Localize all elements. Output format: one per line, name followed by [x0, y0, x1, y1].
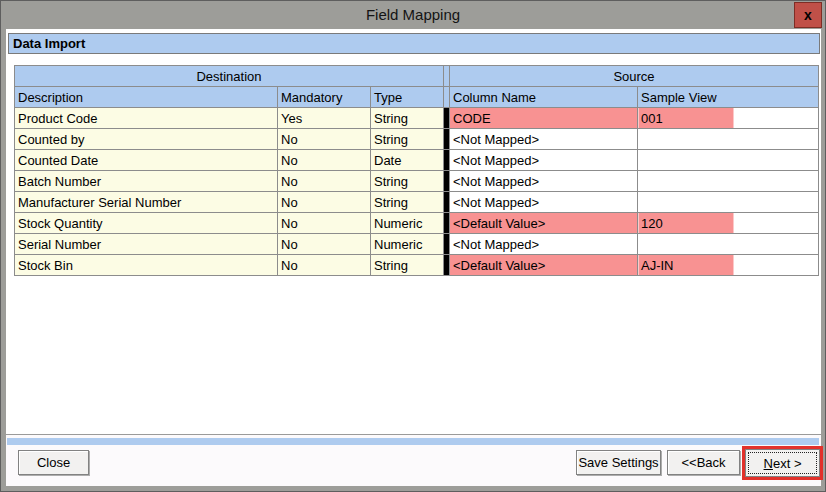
- cell-mandatory: No: [278, 234, 371, 255]
- cell-column-name[interactable]: CODE: [450, 108, 638, 129]
- footer-divider-strip: [7, 438, 819, 445]
- cell-sample-view[interactable]: [638, 234, 819, 255]
- column-header-column-name: Column Name: [450, 87, 638, 108]
- window-title: Field Mapping: [1, 1, 825, 29]
- table-row: Serial Number No Numeric <Not Mapped>: [15, 234, 819, 255]
- close-icon[interactable]: x: [794, 2, 822, 28]
- cell-description: Counted Date: [15, 150, 278, 171]
- field-mapping-table: Destination Source Description Mandatory…: [14, 65, 819, 276]
- cell-type: Numeric: [371, 234, 444, 255]
- cell-sample-view[interactable]: AJ-IN: [638, 255, 819, 276]
- cell-type: String: [371, 192, 444, 213]
- cell-description: Batch Number: [15, 171, 278, 192]
- table-row: Product Code Yes String CODE 001: [15, 108, 819, 129]
- cell-type: String: [371, 171, 444, 192]
- table-body: Product Code Yes String CODE 001 Counted…: [15, 108, 819, 276]
- table-row: Batch Number No String <Not Mapped>: [15, 171, 819, 192]
- cell-column-name[interactable]: <Not Mapped>: [450, 129, 638, 150]
- cell-mandatory: No: [278, 213, 371, 234]
- save-settings-button[interactable]: Save Settings: [576, 450, 661, 475]
- titlebar: Field Mapping x: [1, 1, 825, 29]
- back-button[interactable]: <<Back: [667, 450, 740, 475]
- table-row: Manufacturer Serial Number No String <No…: [15, 192, 819, 213]
- cell-sample-view[interactable]: [638, 150, 819, 171]
- cell-column-name[interactable]: <Not Mapped>: [450, 192, 638, 213]
- cell-sample-view[interactable]: [638, 171, 819, 192]
- cell-description: Counted by: [15, 129, 278, 150]
- destination-section-header: Destination: [15, 66, 444, 87]
- cell-type: String: [371, 255, 444, 276]
- cell-sample-view[interactable]: 120: [638, 213, 819, 234]
- table-row: Counted Date No Date <Not Mapped>: [15, 150, 819, 171]
- close-button[interactable]: Close: [18, 450, 89, 475]
- next-button-mnemonic: N: [764, 456, 773, 471]
- cell-description: Stock Bin: [15, 255, 278, 276]
- column-header-sample-view: Sample View: [638, 87, 819, 108]
- cell-description: Serial Number: [15, 234, 278, 255]
- table-row: Counted by No String <Not Mapped>: [15, 129, 819, 150]
- cell-sample-view[interactable]: [638, 192, 819, 213]
- table-row: Stock Bin No String <Default Value> AJ-I…: [15, 255, 819, 276]
- next-button[interactable]: Next >: [745, 449, 820, 477]
- cell-type: String: [371, 129, 444, 150]
- cell-column-name[interactable]: <Not Mapped>: [450, 234, 638, 255]
- column-header-mandatory: Mandatory: [278, 87, 371, 108]
- cell-column-name[interactable]: <Default Value>: [450, 255, 638, 276]
- cell-mandatory: No: [278, 129, 371, 150]
- field-mapping-dialog: Field Mapping x Data Import Destination …: [0, 0, 826, 492]
- cell-description: Stock Quantity: [15, 213, 278, 234]
- cell-mandatory: Yes: [278, 108, 371, 129]
- source-section-header: Source: [450, 66, 819, 87]
- cell-mandatory: No: [278, 171, 371, 192]
- highlight-annotation: Next >: [742, 446, 823, 480]
- cell-type: String: [371, 108, 444, 129]
- cell-column-name[interactable]: <Not Mapped>: [450, 150, 638, 171]
- cell-column-name[interactable]: <Default Value>: [450, 213, 638, 234]
- dialog-body: Data Import Destination Source Descripti…: [6, 29, 821, 486]
- cell-description: Product Code: [15, 108, 278, 129]
- cell-column-name[interactable]: <Not Mapped>: [450, 171, 638, 192]
- cell-sample-view[interactable]: 001: [638, 108, 819, 129]
- section-header-row: Destination Source: [15, 66, 819, 87]
- next-button-label: ext >: [773, 456, 802, 471]
- cell-description: Manufacturer Serial Number: [15, 192, 278, 213]
- field-mapping-table-wrap: Destination Source Description Mandatory…: [14, 65, 819, 276]
- cell-mandatory: No: [278, 255, 371, 276]
- cell-sample-view[interactable]: [638, 129, 819, 150]
- cell-mandatory: No: [278, 192, 371, 213]
- column-header-row: Description Mandatory Type Column Name S…: [15, 87, 819, 108]
- table-row: Stock Quantity No Numeric <Default Value…: [15, 213, 819, 234]
- column-header-type: Type: [371, 87, 444, 108]
- cell-type: Numeric: [371, 213, 444, 234]
- cell-mandatory: No: [278, 150, 371, 171]
- column-header-description: Description: [15, 87, 278, 108]
- section-header-data-import: Data Import: [8, 33, 820, 54]
- cell-type: Date: [371, 150, 444, 171]
